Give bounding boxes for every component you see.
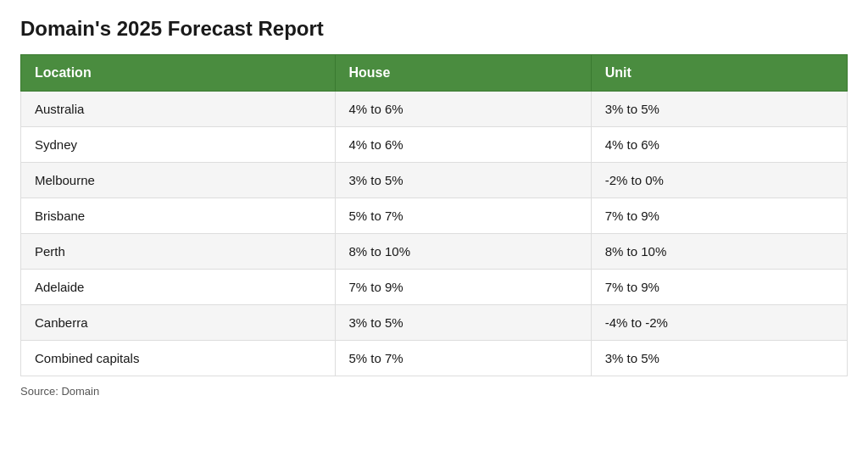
cell-location: Australia xyxy=(21,92,336,127)
header-house: House xyxy=(335,55,591,92)
table-row: Adelaide7% to 9%7% to 9% xyxy=(21,270,848,305)
cell-location: Canberra xyxy=(21,305,336,341)
table-row: Melbourne3% to 5%-2% to 0% xyxy=(21,163,848,198)
cell-house: 7% to 9% xyxy=(335,270,591,305)
cell-house: 8% to 10% xyxy=(335,234,591,270)
cell-unit: 3% to 5% xyxy=(591,92,847,127)
table-row: Sydney4% to 6%4% to 6% xyxy=(21,127,848,163)
table-row: Canberra3% to 5%-4% to -2% xyxy=(21,305,848,341)
cell-house: 3% to 5% xyxy=(335,163,591,198)
cell-location: Sydney xyxy=(21,127,336,163)
cell-unit: -4% to -2% xyxy=(591,305,847,341)
cell-house: 5% to 7% xyxy=(335,198,591,234)
cell-unit: 3% to 5% xyxy=(591,341,847,376)
table-header-row: Location House Unit xyxy=(21,55,848,92)
cell-location: Brisbane xyxy=(21,198,336,234)
cell-unit: 7% to 9% xyxy=(591,198,847,234)
table-row: Australia4% to 6%3% to 5% xyxy=(21,92,848,127)
table-row: Combined capitals5% to 7%3% to 5% xyxy=(21,341,848,376)
cell-house: 4% to 6% xyxy=(335,127,591,163)
cell-house: 4% to 6% xyxy=(335,92,591,127)
table-row: Perth8% to 10%8% to 10% xyxy=(21,234,848,270)
report-container: Domain's 2025 Forecast Report Location H… xyxy=(20,17,848,398)
table-body: Australia4% to 6%3% to 5%Sydney4% to 6%4… xyxy=(21,92,848,376)
cell-location: Combined capitals xyxy=(21,341,336,376)
cell-location: Melbourne xyxy=(21,163,336,198)
forecast-table: Location House Unit Australia4% to 6%3% … xyxy=(20,54,848,376)
report-title: Domain's 2025 Forecast Report xyxy=(20,17,848,41)
cell-unit: -2% to 0% xyxy=(591,163,847,198)
cell-house: 5% to 7% xyxy=(335,341,591,376)
table-row: Brisbane5% to 7%7% to 9% xyxy=(21,198,848,234)
cell-house: 3% to 5% xyxy=(335,305,591,341)
source-text: Source: Domain xyxy=(20,385,848,398)
cell-unit: 4% to 6% xyxy=(591,127,847,163)
cell-location: Perth xyxy=(21,234,336,270)
cell-unit: 7% to 9% xyxy=(591,270,847,305)
cell-unit: 8% to 10% xyxy=(591,234,847,270)
header-location: Location xyxy=(21,55,336,92)
header-unit: Unit xyxy=(591,55,847,92)
cell-location: Adelaide xyxy=(21,270,336,305)
